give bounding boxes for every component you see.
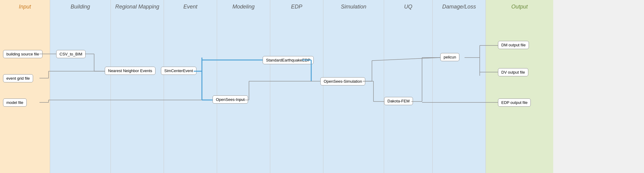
node-event-grid: event grid file xyxy=(3,74,33,82)
column-damage: Damage/Loss xyxy=(433,0,486,173)
node-model-file: model file xyxy=(3,98,27,107)
node-pelicun: pelicun xyxy=(440,53,459,61)
node-standard-edp: StandardEarthquakeEDP xyxy=(263,56,314,64)
column-output: Output xyxy=(486,0,553,173)
node-csv-to-bim: CSV_to_BIM xyxy=(56,50,86,58)
col-header-building: Building xyxy=(50,0,111,14)
node-building-source: building source file xyxy=(3,50,43,58)
node-nearest-neighbor: Nearest Neighbor Events xyxy=(105,67,155,75)
col-header-event: Event xyxy=(164,0,217,14)
node-dv-output: DV output file xyxy=(498,68,528,76)
col-header-uq: UQ xyxy=(384,0,432,14)
col-header-simulation: Simulation xyxy=(323,0,384,14)
column-simulation: Simulation xyxy=(323,0,384,173)
node-opensees-sim: OpenSees-Simulation xyxy=(320,77,365,85)
column-input: Input xyxy=(0,0,50,173)
col-header-damage: Damage/Loss xyxy=(433,0,486,14)
node-opensees-input: OpenSees-Input xyxy=(213,95,248,104)
col-header-edp: EDP xyxy=(270,0,323,14)
node-dm-output: DM output file xyxy=(498,41,529,49)
node-edp-output: EDP output file xyxy=(498,98,531,107)
col-header-output: Output xyxy=(486,0,553,14)
diagram-container: Input Building Regional Mapping Event Mo… xyxy=(0,0,644,173)
column-regional: Regional Mapping xyxy=(111,0,164,173)
column-modeling: Modeling xyxy=(217,0,270,173)
column-uq: UQ xyxy=(384,0,433,173)
col-header-input: Input xyxy=(0,0,50,14)
node-simcenter-event: SimCenterEvent xyxy=(161,67,196,75)
column-edp: EDP xyxy=(270,0,323,173)
col-header-modeling: Modeling xyxy=(217,0,270,14)
column-building: Building xyxy=(50,0,111,173)
node-dakota-fem: Dakota-FEM xyxy=(384,97,413,105)
col-header-regional: Regional Mapping xyxy=(111,0,164,14)
column-event: Event xyxy=(164,0,217,173)
